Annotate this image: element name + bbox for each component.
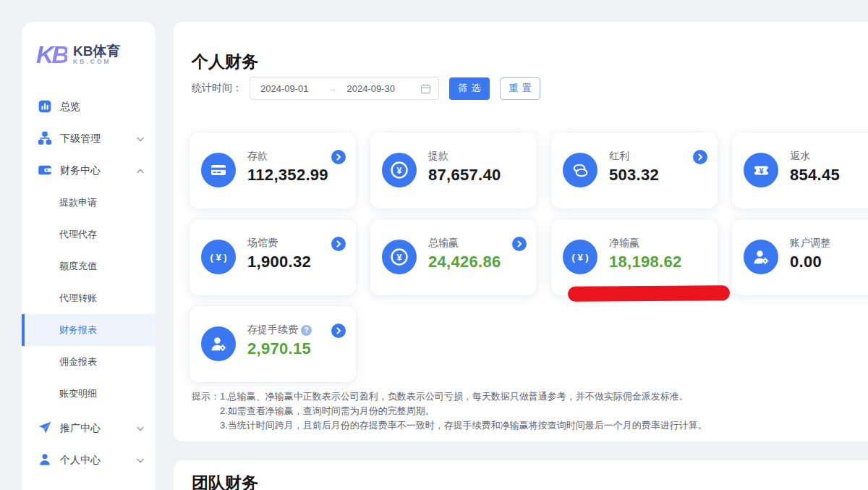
sidebar-item-label: 总览 <box>60 101 80 114</box>
subitem-label: 代理代存 <box>59 228 97 241</box>
detail-arrow-button[interactable] <box>331 324 346 338</box>
filter-button[interactable]: 筛选 <box>449 77 490 100</box>
svg-text:( ¥ ): ( ¥ ) <box>571 252 588 263</box>
user-gear-icon <box>201 326 236 361</box>
yen-ring-icon: ¥ <box>382 153 417 187</box>
chevron-down-icon <box>137 137 144 142</box>
sidebar-item-subordinates[interactable]: 下级管理 <box>22 123 156 155</box>
card-label: 净输赢 <box>609 237 639 250</box>
detail-arrow-button[interactable] <box>693 150 707 164</box>
card-value: 503.32 <box>609 166 659 185</box>
card-label: 场馆费 <box>247 237 278 250</box>
sidebar-item-finance-center[interactable]: 财务中心 <box>22 155 156 187</box>
sidebar-item-label: 财务中心 <box>60 164 101 177</box>
detail-arrow-button[interactable] <box>512 237 527 251</box>
logo-mark: KB <box>36 41 67 69</box>
card-value: 0.00 <box>790 253 822 271</box>
card-transaction-fee: 存提手续费 ? 2,970.15 <box>190 306 356 382</box>
card-label: 账户调整 <box>790 237 830 250</box>
range-arrow: → <box>328 83 337 94</box>
sidebar-item-label: 个人中心 <box>60 454 101 467</box>
card-venue-fee: ( ¥ ) 场馆费 1,900.32 <box>190 219 356 295</box>
sidebar-item-promotion-center[interactable]: 推广中心 <box>22 413 156 444</box>
card-total-winloss: ¥ 总输赢 24,426.86 <box>370 219 537 295</box>
card-value: 854.45 <box>790 166 840 185</box>
tips-label: 提示： <box>192 389 220 433</box>
page-title: 个人财务 <box>192 51 258 73</box>
team-finance-title: 团队财务 <box>192 472 258 490</box>
card-bonus: 红利 503.32 <box>551 132 718 208</box>
subitem-label: 佣金报表 <box>59 355 97 368</box>
subitem-label: 账变明细 <box>59 387 97 400</box>
date-range-input[interactable]: 2024-09-01 → 2024-09-30 <box>250 77 439 100</box>
filter-row: 统计时间： 2024-09-01 → 2024-09-30 筛选 重置 <box>192 77 540 100</box>
card-value: 1,900.32 <box>247 253 311 271</box>
tip-line: 3.当统计时间跨月，且前后月份的存提费率不一致时，存提手续费和净输赢将按查询时间… <box>220 418 707 433</box>
card-withdrawal: ¥ 提款 87,657.40 <box>370 132 537 208</box>
tip-line: 1.总输赢、净输赢中正数表示公司盈利，负数表示公司亏损，每天数据只做普通参考，并… <box>220 389 707 404</box>
start-date-value: 2024-09-01 <box>260 83 309 94</box>
user-gear-icon <box>744 240 778 274</box>
reset-button[interactable]: 重置 <box>500 77 540 100</box>
svg-text:¥: ¥ <box>397 253 402 263</box>
card-deposit: 存款 112,352.99 <box>190 132 356 208</box>
logo-subtitle: KB.COM <box>73 58 120 65</box>
sidebar-subitem-agent-transfer[interactable]: 代理转账 <box>22 282 156 314</box>
sidebar-subitem-agent-deposit[interactable]: 代理代存 <box>22 219 156 250</box>
card-label: 返水 <box>790 150 810 163</box>
sidebar-menu: 总览 下级管理 财务中心 提款申请 代理代存 额度充值 代理转账 财务报表 佣金… <box>22 91 156 476</box>
card-value: 87,657.40 <box>428 166 501 185</box>
svg-text:( ¥ ): ( ¥ ) <box>210 252 226 263</box>
stat-cards-grid: 存款 112,352.99 ¥ 提款 87,657.40 红利 503.32 <box>190 132 868 382</box>
wallet-icon <box>38 163 52 179</box>
subitem-label: 财务报表 <box>59 324 97 337</box>
sidebar-subitem-withdraw-request[interactable]: 提款申请 <box>22 187 156 219</box>
sidebar-subitem-commission-report[interactable]: 佣金报表 <box>22 346 156 378</box>
card-label: 提款 <box>428 150 448 163</box>
card-label: 存提手续费 <box>247 324 298 337</box>
subitem-label: 额度充值 <box>59 260 97 273</box>
detail-arrow-button[interactable] <box>331 237 346 251</box>
red-marker-annotation <box>568 285 730 302</box>
bar-chart-icon <box>38 99 52 116</box>
sidebar-subitem-account-changes[interactable]: 账变明细 <box>22 378 156 410</box>
paper-plane-icon <box>38 421 52 437</box>
yen-bracket-icon: ( ¥ ) <box>201 240 236 274</box>
page-root: { "colors": { "accent": "#3a78f2", "gree… <box>0 0 868 490</box>
subitem-label: 提款申请 <box>59 196 97 209</box>
sidebar-subitem-finance-report-active[interactable]: 财务报表 <box>22 314 156 346</box>
card-value: 112,352.99 <box>247 166 328 185</box>
help-icon[interactable]: ? <box>301 325 312 336</box>
chevron-down-icon <box>137 458 144 463</box>
logo-title: KB体育 <box>73 44 120 59</box>
card-label: 总输赢 <box>428 237 459 250</box>
person-icon <box>38 452 52 469</box>
svg-text:¥: ¥ <box>759 166 764 174</box>
subitem-label: 代理转账 <box>59 292 97 305</box>
card-label: 存款 <box>247 150 268 163</box>
chevron-up-icon <box>137 169 144 174</box>
coins-icon <box>563 153 597 187</box>
sidebar-item-label: 推广中心 <box>60 422 101 435</box>
card-account-adjustment: 账户调整 0.00 <box>732 219 868 295</box>
ticket-yen-icon: ¥ <box>744 153 778 187</box>
card-value: 18,198.62 <box>609 253 682 271</box>
card-value: 24,426.86 <box>428 253 501 271</box>
sidebar-item-overview[interactable]: 总览 <box>22 91 156 123</box>
card-value: 2,970.15 <box>247 339 311 358</box>
chevron-down-icon <box>137 426 144 431</box>
end-date-value: 2024-09-30 <box>347 83 396 94</box>
sidebar-item-personal-center[interactable]: 个人中心 <box>22 444 156 476</box>
card-net-winloss: ( ¥ ) 净输赢 18,198.62 <box>551 219 718 295</box>
detail-arrow-button[interactable] <box>331 150 346 164</box>
sidebar: KB KB体育 KB.COM 总览 下级管理 财务中心 <box>22 22 156 490</box>
yen-ring-icon: ¥ <box>382 240 417 274</box>
sidebar-subitem-quota-recharge[interactable]: 额度充值 <box>22 250 156 282</box>
sidebar-item-label: 下级管理 <box>60 132 101 145</box>
org-chart-icon <box>38 131 52 148</box>
calendar-icon <box>420 83 431 94</box>
team-finance-panel: 团队财务 <box>174 460 868 490</box>
personal-finance-panel: 个人财务 统计时间： 2024-09-01 → 2024-09-30 筛选 重置… <box>174 22 868 442</box>
date-range-label: 统计时间： <box>192 82 242 95</box>
card-label: 红利 <box>609 150 629 163</box>
